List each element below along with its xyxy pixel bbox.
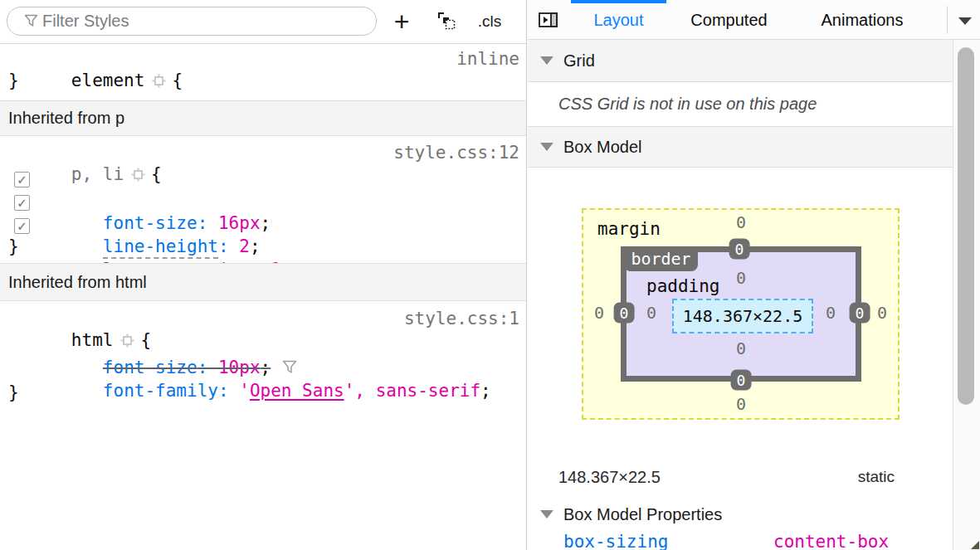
check-icon: ✓: [17, 216, 27, 237]
box-model-property-row: box-sizing content-box: [528, 532, 953, 550]
all-tabs-dropdown-arrow-icon[interactable]: [958, 17, 972, 25]
box-model-margin-region[interactable]: margin border padding 148.367×22.5 0 0 0…: [582, 208, 900, 420]
property-name: box-sizing: [563, 532, 668, 550]
font-name-used[interactable]: Open Sans: [250, 381, 344, 401]
property-name[interactable]: font-family: [103, 381, 218, 401]
sidebar-tabbar: Layout Computed Animations: [528, 0, 980, 40]
filter-styles-input[interactable]: [7, 7, 377, 36]
scrollbar-thumb[interactable]: [958, 47, 974, 405]
box-model-summary-row: 148.367×22.5 static: [528, 461, 953, 498]
margin-label: margin: [597, 219, 661, 239]
font-fallback[interactable]: , sans-serif: [354, 381, 480, 401]
rules-toolbar: + .cls: [0, 0, 526, 44]
close-brace: }: [8, 382, 19, 403]
cascade-rectangles-icon: [436, 11, 456, 34]
disclosure-triangle-icon[interactable]: [540, 143, 553, 151]
source-link-style-css-1[interactable]: style.css:1: [404, 308, 519, 329]
declaration-checkbox[interactable]: ✓: [14, 218, 30, 234]
margin-right-value[interactable]: 0: [877, 303, 887, 323]
margin-top-value[interactable]: 0: [736, 212, 746, 232]
border-top-value[interactable]: 0: [729, 239, 750, 260]
disclosure-triangle-icon[interactable]: [540, 510, 553, 518]
tabbar-separator: [947, 6, 948, 34]
tab-computed[interactable]: Computed: [677, 0, 781, 40]
padding-top-value[interactable]: 0: [736, 268, 746, 288]
quote: ': [239, 381, 250, 401]
open-brace: {: [172, 71, 183, 90]
element-selector: element: [71, 71, 145, 90]
tab-animations[interactable]: Animations: [808, 0, 916, 40]
padding-right-value[interactable]: 0: [826, 303, 836, 323]
inherited-from-p-header: Inherited from p: [0, 100, 526, 136]
element-position: static: [858, 468, 895, 486]
box-model-section-title: Box Model: [563, 138, 642, 157]
grid-not-in-use-message: CSS Grid is not in use on this page: [558, 95, 817, 114]
padding-left-value[interactable]: 0: [646, 303, 656, 323]
source-link-style-css-12[interactable]: style.css:12: [393, 142, 519, 163]
element-picker-target-icon[interactable]: [152, 71, 166, 93]
border-bottom-value[interactable]: 0: [731, 370, 752, 391]
disclosure-triangle-icon[interactable]: [540, 56, 553, 65]
element-dimensions: 148.367×22.5: [558, 468, 661, 487]
margin-left-value[interactable]: 0: [594, 303, 604, 323]
close-brace: }: [8, 70, 19, 91]
quote: ': [344, 381, 355, 401]
padding-label: padding: [646, 276, 720, 296]
grid-section-header[interactable]: Grid: [528, 40, 953, 82]
property-value: content-box: [773, 532, 889, 550]
devtools-inspector: + .cls element{ inline } Inherited from …: [0, 0, 980, 550]
resize-grip[interactable]: [971, 541, 979, 549]
declaration-checkbox[interactable]: ✓: [14, 172, 30, 187]
box-model-properties-header[interactable]: Box Model Properties: [528, 498, 953, 531]
close-brace: }: [8, 236, 19, 257]
rules-pane: + .cls element{ inline } Inherited from …: [0, 0, 527, 550]
check-icon: ✓: [17, 192, 27, 214]
check-icon: ✓: [17, 169, 27, 191]
margin-bottom-value[interactable]: 0: [736, 394, 746, 414]
inherited-from-html-label: Inherited from html: [8, 273, 147, 292]
box-model-diagram: margin border padding 148.367×22.5 0 0 0…: [528, 168, 953, 452]
filter-funnel-icon: [24, 14, 38, 31]
flow-badge: inline: [456, 48, 519, 70]
border-right-value[interactable]: 0: [850, 303, 870, 324]
grid-section-title: Grid: [563, 51, 595, 71]
padding-bottom-value[interactable]: 0: [736, 338, 746, 358]
box-model-content-region[interactable]: 148.367×22.5: [672, 299, 813, 333]
declaration-checkbox[interactable]: ✓: [14, 195, 30, 211]
grid-message-row: CSS Grid is not in use on this page: [528, 82, 953, 127]
border-left-value[interactable]: 0: [614, 303, 635, 324]
box-model-properties-title: Box Model Properties: [563, 505, 722, 524]
inherited-from-html-header: Inherited from html: [0, 263, 526, 301]
layout-pane: Layout Computed Animations Grid CSS Grid…: [528, 0, 980, 550]
pseudo-class-panel-button[interactable]: [430, 10, 463, 35]
scrollbar-track[interactable]: [953, 40, 980, 550]
add-rule-button[interactable]: +: [385, 5, 418, 38]
edit-classes-button[interactable]: .cls: [470, 7, 510, 37]
sidebar-toggle-button[interactable]: [539, 12, 558, 31]
filter-styles-box: [7, 7, 377, 36]
inherited-from-p-label: Inherited from p: [8, 109, 124, 128]
tab-layout[interactable]: Layout: [571, 0, 666, 40]
declaration-font-family[interactable]: font-family: 'Open Sans', sans-serif;: [40, 358, 491, 423]
box-model-section-header[interactable]: Box Model: [528, 127, 953, 168]
colon: :: [218, 381, 239, 401]
semicolon: ;: [480, 381, 491, 401]
border-label: border: [624, 246, 698, 271]
